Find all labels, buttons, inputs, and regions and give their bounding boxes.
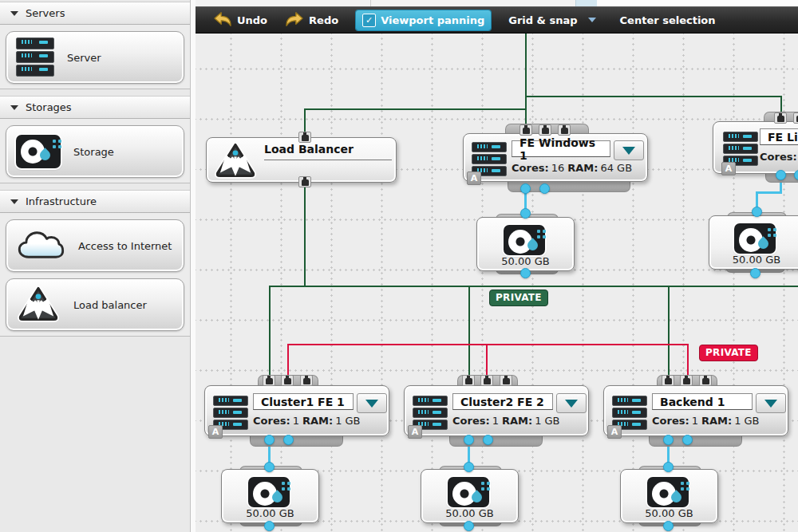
storage-port-icon[interactable] <box>520 268 531 278</box>
storage-port-icon[interactable] <box>682 435 693 445</box>
storage-icon <box>448 477 489 507</box>
node-storage-top[interactable]: 50.00 GB <box>476 217 575 271</box>
collapse-arrow-icon <box>10 105 18 110</box>
network-port-icon[interactable] <box>539 124 551 136</box>
network-port-icon[interactable] <box>480 375 493 386</box>
storage-port-icon[interactable] <box>520 183 531 194</box>
redo-arrow-icon <box>285 11 304 30</box>
node-menu-button[interactable] <box>556 393 587 413</box>
viewport-panning-toggle[interactable]: Viewport panning <box>356 10 491 30</box>
node-cluster2-fe-2[interactable]: Cluster2 FE 2 Cores:1RAM:1 GB A <box>404 385 589 436</box>
green-network-line[interactable] <box>269 286 798 287</box>
node-menu-button[interactable] <box>614 140 644 160</box>
node-cluster1-fe-1[interactable]: Cluster1 FE 1 Cores:1RAM:1 GB A <box>204 385 389 436</box>
green-network-line[interactable] <box>304 185 306 286</box>
node-title: FE Windows 1 <box>512 140 610 157</box>
node-title: Cluster1 FE 1 <box>253 393 354 410</box>
storage-port-icon[interactable] <box>750 268 760 278</box>
red-network-line[interactable] <box>287 344 689 345</box>
chevron-down-icon <box>565 400 578 408</box>
ram-label: RAM: <box>302 415 333 427</box>
network-port-icon[interactable] <box>300 375 313 386</box>
node-title: Cluster2 FE 2 <box>452 393 553 410</box>
storage-port-icon[interactable] <box>752 207 762 217</box>
red-network-line[interactable] <box>486 344 488 379</box>
storage-port-icon[interactable] <box>264 521 275 531</box>
redo-button[interactable]: Redo <box>279 8 345 33</box>
availability-badge: A <box>408 425 422 439</box>
internet-cloud-icon <box>16 228 65 264</box>
green-network-line[interactable] <box>304 108 527 110</box>
network-port-icon[interactable] <box>462 375 475 386</box>
section-header-storages[interactable]: Storages <box>0 96 190 119</box>
green-network-line[interactable] <box>525 33 527 128</box>
node-fe-windows-1[interactable]: FE Windows 1 Cores:16RAM:64 GB A <box>463 133 648 182</box>
palette-item-label: Storage <box>73 146 114 158</box>
diagram-canvas[interactable]: Load Balancer FE Windows 1 Cores:16RAM:6… <box>196 33 798 532</box>
storage-port-icon[interactable] <box>663 462 674 472</box>
network-port-icon[interactable] <box>662 375 674 386</box>
storage-port-icon[interactable] <box>464 521 474 531</box>
storage-port-icon[interactable] <box>483 435 493 445</box>
ram-label: RAM: <box>502 415 532 427</box>
availability-badge: A <box>208 425 223 439</box>
storage-port-icon[interactable] <box>264 435 275 445</box>
palette-item-server[interactable]: Server <box>6 31 184 84</box>
storage-size: 50.00 GB <box>421 507 518 519</box>
node-specs: Cores:16RAM:64 GB <box>512 162 635 174</box>
network-port-icon[interactable] <box>281 375 294 386</box>
center-selection-button[interactable]: Center selection <box>614 11 722 30</box>
red-network-line[interactable] <box>687 344 689 379</box>
storage-port-icon[interactable] <box>283 435 294 445</box>
grid-snap-menu[interactable]: Grid & snap <box>502 11 602 30</box>
storage-port-icon[interactable] <box>776 170 786 180</box>
cores-label: Cores: <box>253 415 290 427</box>
network-port-icon[interactable] <box>774 112 787 124</box>
node-menu-button[interactable] <box>357 393 387 413</box>
storage-link-line[interactable] <box>756 191 782 194</box>
network-port-icon[interactable] <box>263 375 275 386</box>
storage-port-icon[interactable] <box>663 435 674 445</box>
chevron-down-icon <box>365 400 378 408</box>
section-header-infrastructure[interactable]: Infrastructure <box>0 190 190 213</box>
node-backend-1[interactable]: Backend 1 Cores:1RAM:1 GB A <box>603 385 788 436</box>
storage-port-icon[interactable] <box>539 183 550 194</box>
network-port-icon[interactable] <box>558 124 571 136</box>
section-body-storages: Storage <box>0 119 190 183</box>
viewport-panning-label: Viewport panning <box>381 14 484 26</box>
storage-port-icon[interactable] <box>464 435 474 445</box>
green-network-line[interactable] <box>468 286 470 379</box>
palette-item-label: Access to Internet <box>78 240 172 252</box>
collapse-arrow-icon <box>10 11 18 16</box>
red-network-line[interactable] <box>287 344 289 379</box>
node-fe-linux[interactable]: FE Li Cores: A <box>713 121 798 174</box>
green-network-line[interactable] <box>525 96 782 97</box>
palette-item-load-balancer[interactable]: Load balancer <box>6 278 184 331</box>
undo-button[interactable]: Undo <box>207 8 274 33</box>
collapse-arrow-icon <box>10 199 18 204</box>
network-port-icon[interactable] <box>680 375 693 386</box>
section-header-servers[interactable]: Servers <box>0 2 190 25</box>
section-body-infrastructure: Access to Internet Load balancer <box>0 213 190 337</box>
network-port-icon[interactable] <box>793 112 798 124</box>
green-network-line[interactable] <box>668 286 670 379</box>
storage-port-icon[interactable] <box>264 462 275 472</box>
palette-item-access-to-internet[interactable]: Access to Internet <box>6 219 184 272</box>
ram-value: 1 GB <box>335 415 360 427</box>
node-storage-bottom-1[interactable]: 50.00 GB <box>221 469 319 523</box>
top-strip <box>196 0 798 6</box>
storage-port-icon[interactable] <box>464 462 474 472</box>
node-storage-bottom-2[interactable]: 50.00 GB <box>421 469 519 523</box>
network-port-icon[interactable] <box>298 176 311 187</box>
storage-port-icon[interactable] <box>663 521 674 531</box>
network-port-icon[interactable] <box>500 375 512 386</box>
network-port-icon[interactable] <box>519 124 532 136</box>
storage-port-icon[interactable] <box>520 208 531 219</box>
green-network-line[interactable] <box>269 286 271 379</box>
palette-item-storage[interactable]: Storage <box>6 125 184 178</box>
node-menu-button[interactable] <box>756 393 786 413</box>
network-port-icon[interactable] <box>298 132 311 143</box>
network-port-icon[interactable] <box>699 375 712 386</box>
node-storage-right[interactable]: 50.00 GB <box>709 215 798 270</box>
node-storage-bottom-3[interactable]: 50.00 GB <box>620 469 718 523</box>
